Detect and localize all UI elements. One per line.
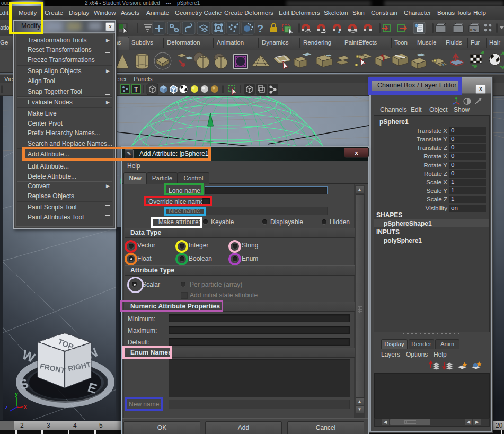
svg-text:z: z	[5, 404, 8, 410]
svg-text:T: T	[134, 86, 138, 93]
svg-text:y: y	[15, 391, 19, 397]
svg-text:IPR: IPR	[470, 28, 477, 32]
svg-text:x: x	[24, 403, 28, 410]
svg-text:?: ?	[257, 23, 263, 34]
